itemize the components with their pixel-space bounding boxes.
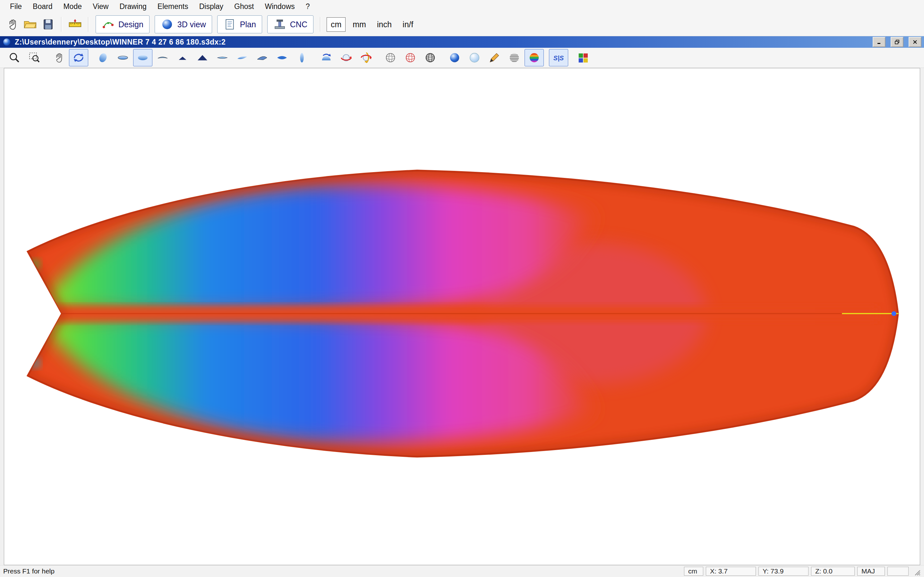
unit-inch-button[interactable]: inch bbox=[373, 18, 396, 31]
plan-mode-button[interactable]: Plan bbox=[217, 15, 262, 33]
wire-sphere-button[interactable] bbox=[381, 49, 400, 66]
view-outline-icon bbox=[156, 51, 169, 64]
shape3d-app-window: File Board Mode View Drawing Elements Di… bbox=[0, 0, 924, 577]
mesh-globe-icon bbox=[424, 51, 437, 64]
close-icon bbox=[913, 39, 918, 45]
contour-sphere-button[interactable] bbox=[505, 49, 524, 66]
status-x-coordinate: X: 3.7 bbox=[706, 567, 756, 576]
cnc-mode-button[interactable]: CNC bbox=[267, 15, 313, 33]
status-y-coordinate: Y: 73.9 bbox=[758, 567, 809, 576]
design-curve-icon bbox=[102, 18, 115, 31]
menu-board[interactable]: Board bbox=[27, 1, 58, 12]
unit-mm-button[interactable]: mm bbox=[349, 18, 370, 31]
cnc-machine-icon bbox=[273, 18, 286, 31]
view-rocker-icon bbox=[196, 51, 209, 64]
texture-pencil-icon bbox=[488, 51, 501, 64]
restore-button[interactable] bbox=[891, 37, 903, 47]
wire-sphere-red-button[interactable] bbox=[401, 49, 420, 66]
view-rocker-button[interactable] bbox=[193, 49, 212, 66]
view-outline-button[interactable] bbox=[153, 49, 172, 66]
symmetry-icon: S|S bbox=[552, 51, 565, 64]
color-quadrants-button[interactable] bbox=[573, 49, 593, 66]
document-title-bar[interactable]: Z:\Users\dennery\Desktop\WINNER 7 4 27 6… bbox=[0, 36, 924, 48]
menu-ghost[interactable]: Ghost bbox=[229, 1, 259, 12]
rotate-axis-z-icon bbox=[360, 51, 373, 64]
restore-icon bbox=[895, 39, 900, 45]
minimize-button[interactable] bbox=[873, 37, 885, 47]
view-slice-icon bbox=[236, 51, 249, 64]
toolbar-separator bbox=[61, 17, 62, 32]
view-top-button[interactable] bbox=[113, 49, 132, 66]
zoom-window-icon bbox=[28, 51, 41, 64]
unit-inf-button[interactable]: in/f bbox=[399, 18, 417, 31]
save-icon[interactable] bbox=[39, 15, 57, 33]
pan-hand-icon bbox=[52, 51, 65, 64]
color-quadrants-icon bbox=[577, 51, 590, 64]
close-button[interactable] bbox=[909, 37, 921, 47]
view-3d-label: 3D view bbox=[178, 20, 206, 29]
view-perspective-icon bbox=[97, 51, 110, 64]
menu-display[interactable]: Display bbox=[194, 1, 229, 12]
texture-pencil-button[interactable] bbox=[485, 49, 504, 66]
rotate-axis-z-button[interactable] bbox=[357, 49, 376, 66]
viewport-canvas[interactable] bbox=[4, 68, 920, 565]
menu-mode[interactable]: Mode bbox=[58, 1, 87, 12]
unit-cm-button[interactable]: cm bbox=[326, 17, 346, 32]
surfboard-3d-render[interactable] bbox=[4, 68, 920, 565]
main-toolbar: Design 3D view Plan CNC cm mm inch in/f bbox=[0, 13, 924, 36]
nose-control-point[interactable] bbox=[892, 311, 897, 316]
status-empty-field bbox=[887, 567, 909, 576]
view-3d-button[interactable]: 3D view bbox=[155, 15, 212, 33]
resize-grip[interactable] bbox=[911, 566, 921, 576]
menu-file[interactable]: File bbox=[5, 1, 27, 12]
menu-help[interactable]: ? bbox=[300, 1, 315, 12]
mesh-globe-button[interactable] bbox=[421, 49, 440, 66]
menu-elements[interactable]: Elements bbox=[152, 1, 194, 12]
status-caps-indicator: MAJ bbox=[857, 567, 885, 576]
view-bottom-button[interactable] bbox=[133, 49, 152, 66]
view-cross-section-button[interactable] bbox=[292, 49, 312, 66]
curvature-map-button[interactable] bbox=[525, 49, 544, 66]
design-mode-button[interactable]: Design bbox=[95, 15, 150, 33]
cnc-mode-label: CNC bbox=[290, 20, 307, 29]
toolbar-separator bbox=[88, 17, 89, 32]
zoom-button[interactable] bbox=[5, 49, 24, 66]
document-title: Z:\Users\dennery\Desktop\WINNER 7 4 27 6… bbox=[15, 38, 867, 47]
view-toolbar: S|S bbox=[0, 48, 924, 68]
menu-drawing[interactable]: Drawing bbox=[114, 1, 152, 12]
rotate-dome-icon bbox=[320, 51, 333, 64]
render-sphere-icon bbox=[448, 51, 461, 64]
menu-bar: File Board Mode View Drawing Elements Di… bbox=[0, 0, 924, 13]
rotate-dome-button[interactable] bbox=[317, 49, 336, 66]
render-sphere-light-button[interactable] bbox=[465, 49, 484, 66]
view-bottom-icon bbox=[136, 51, 149, 64]
open-folder-icon[interactable] bbox=[21, 15, 39, 33]
view-perspective-button[interactable] bbox=[94, 49, 113, 66]
pointer-hand-icon[interactable] bbox=[3, 15, 21, 33]
document-sphere-icon bbox=[3, 38, 11, 46]
symmetry-button[interactable]: S|S bbox=[549, 49, 568, 66]
sphere-3d-icon bbox=[161, 18, 174, 31]
menu-view[interactable]: View bbox=[87, 1, 114, 12]
status-bar: Press F1 for help cm X: 3.7 Y: 73.9 Z: 0… bbox=[0, 565, 924, 577]
view-slice-button[interactable] bbox=[233, 49, 252, 66]
status-unit: cm bbox=[684, 567, 703, 576]
rotate-3d-button[interactable] bbox=[69, 49, 88, 66]
rotate-3d-icon bbox=[72, 51, 85, 64]
view-filled-lens-button[interactable] bbox=[272, 49, 292, 66]
plan-mode-label: Plan bbox=[240, 20, 256, 29]
menu-windows[interactable]: Windows bbox=[259, 1, 300, 12]
minimize-icon bbox=[877, 39, 882, 45]
view-rocker-small-icon bbox=[176, 51, 189, 64]
zoom-window-button[interactable] bbox=[25, 49, 44, 66]
view-shaded-slice-button[interactable] bbox=[252, 49, 272, 66]
rotate-axis-x-button[interactable] bbox=[336, 49, 356, 66]
render-sphere-button[interactable] bbox=[445, 49, 464, 66]
curvature-map-sphere-icon bbox=[528, 51, 541, 64]
pan-button[interactable] bbox=[49, 49, 68, 66]
status-help-text: Press F1 for help bbox=[3, 567, 55, 575]
view-thickness-button[interactable] bbox=[213, 49, 232, 66]
rotate-axis-x-icon bbox=[340, 51, 352, 64]
ruler-icon[interactable] bbox=[66, 15, 84, 33]
view-rocker-small-button[interactable] bbox=[173, 49, 192, 66]
